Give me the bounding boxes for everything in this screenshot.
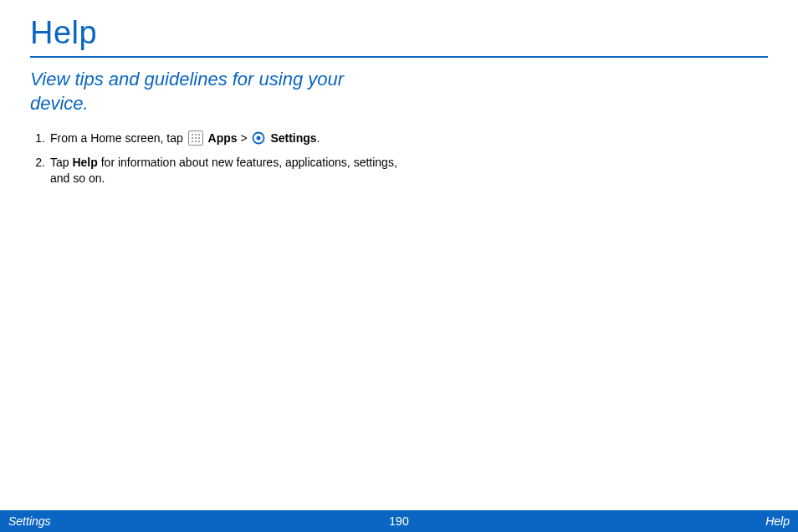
svg-point-9 bbox=[198, 141, 200, 142]
apps-label: Apps bbox=[208, 131, 238, 145]
footer-left: Settings bbox=[0, 514, 389, 528]
svg-point-11 bbox=[257, 136, 261, 141]
step-body: Tap Help for information about new featu… bbox=[50, 155, 415, 187]
settings-label: Settings bbox=[270, 131, 316, 145]
page-subtitle: View tips and guidelines for using your … bbox=[30, 68, 348, 115]
step-text-post: for information about new features, appl… bbox=[50, 156, 397, 185]
step-2: 2. Tap Help for information about new fe… bbox=[30, 155, 415, 187]
page: Help View tips and guidelines for using … bbox=[0, 0, 798, 532]
separator: > bbox=[240, 131, 250, 145]
content: Help View tips and guidelines for using … bbox=[0, 0, 798, 187]
step-end: . bbox=[317, 131, 320, 145]
step-text-pre: Tap bbox=[50, 156, 72, 169]
apps-icon bbox=[188, 130, 203, 146]
svg-point-6 bbox=[198, 137, 200, 139]
footer-right: Help bbox=[409, 514, 798, 528]
step-1: 1. From a Home screen, tap bbox=[30, 130, 415, 146]
step-body: From a Home screen, tap Apps > bbox=[50, 130, 415, 146]
svg-point-4 bbox=[192, 137, 193, 139]
svg-point-3 bbox=[198, 134, 200, 136]
horizontal-rule bbox=[30, 56, 768, 58]
step-text-bold: Help bbox=[72, 156, 97, 169]
page-title: Help bbox=[30, 15, 768, 51]
steps-list: 1. From a Home screen, tap bbox=[30, 130, 415, 187]
svg-point-1 bbox=[192, 134, 193, 136]
footer-page-number: 190 bbox=[389, 514, 408, 528]
svg-point-8 bbox=[195, 141, 197, 142]
settings-icon bbox=[252, 131, 265, 145]
step-number: 2. bbox=[30, 155, 50, 187]
page-footer: Settings 190 Help bbox=[0, 510, 798, 532]
svg-point-5 bbox=[195, 137, 197, 139]
svg-point-7 bbox=[192, 141, 193, 142]
step-number: 1. bbox=[30, 130, 50, 146]
step-text: From a Home screen, tap bbox=[50, 131, 187, 145]
svg-point-2 bbox=[195, 134, 197, 136]
